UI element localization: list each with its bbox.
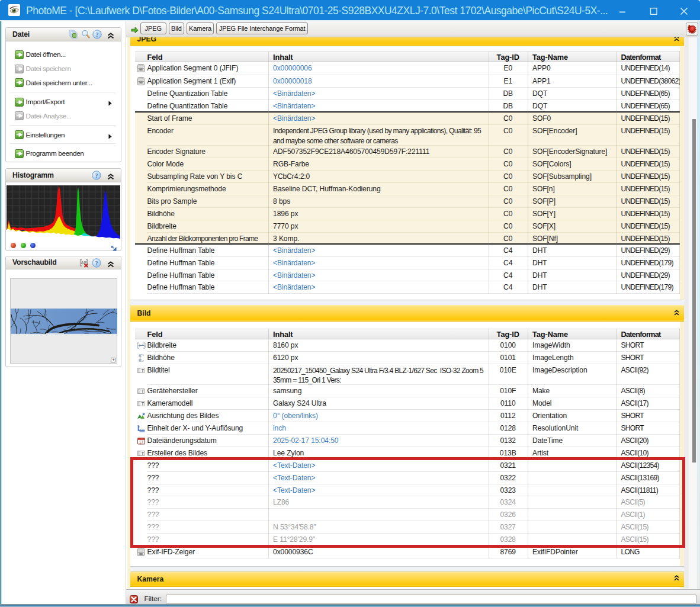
svg-text:?: ? bbox=[95, 259, 98, 266]
svg-text:?: ? bbox=[95, 172, 98, 179]
svg-text:17: 17 bbox=[139, 439, 144, 444]
svg-text:?: ? bbox=[95, 31, 98, 37]
svg-text:AE: AE bbox=[81, 260, 86, 265]
